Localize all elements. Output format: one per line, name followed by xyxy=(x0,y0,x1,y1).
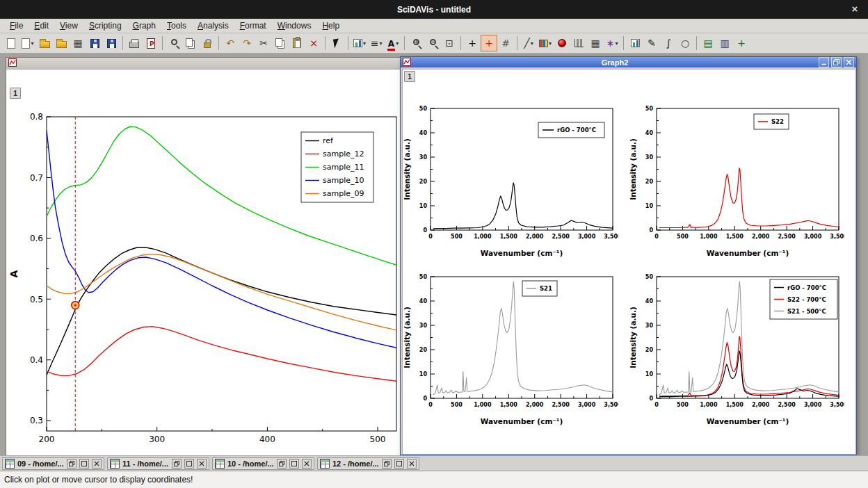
lock-toolbars-button[interactable] xyxy=(199,35,216,51)
raman-chart-overlay[interactable]: 05001,0001,5002,0002,5003,0003,500010203… xyxy=(629,267,844,430)
window-close-icon[interactable]: × xyxy=(849,3,861,15)
select-data-range-button[interactable]: # xyxy=(497,35,514,51)
taskbar-window-button[interactable]: 10 - /home/... xyxy=(212,457,314,470)
toolbar-separator xyxy=(162,36,163,50)
plot-histogram-button[interactable] xyxy=(570,35,587,51)
restore-window-button[interactable] xyxy=(172,459,182,469)
save-project-button[interactable] xyxy=(86,35,103,51)
new-project-button[interactable] xyxy=(3,35,19,51)
color-map-button[interactable]: ▾ xyxy=(537,35,554,51)
menu-view[interactable]: View xyxy=(54,19,83,32)
svg-text:1,500: 1,500 xyxy=(500,234,518,240)
cut-button[interactable]: ✂ xyxy=(255,35,272,51)
restore-window-button[interactable] xyxy=(831,57,842,67)
plot-matrix-button[interactable]: ▦ xyxy=(587,35,604,51)
uvvis-absorbance-chart[interactable]: 2003004005000.30.40.50.60.70.8Arefsample… xyxy=(6,70,405,455)
raman-chart-s21[interactable]: 05001,0001,5002,0002,5003,0003,500010203… xyxy=(403,267,618,430)
menu-help[interactable]: Help xyxy=(316,19,345,32)
close-window-button[interactable] xyxy=(302,459,312,469)
zoom-out-button[interactable] xyxy=(424,35,441,51)
plot-3d-button[interactable] xyxy=(554,35,570,51)
taskbar-window-button[interactable]: 09 - /home/... xyxy=(2,457,104,470)
plot-3d-icon xyxy=(558,39,566,47)
restore-window-button[interactable] xyxy=(382,459,392,469)
graph2-title: Graph2 xyxy=(413,58,817,67)
add-curve-button[interactable]: ▾ xyxy=(351,35,368,51)
text-color-button[interactable]: ▾ xyxy=(385,35,401,51)
menu-format[interactable]: Format xyxy=(234,19,272,32)
screen-reader-button[interactable]: + xyxy=(464,35,481,51)
window-titlebar[interactable]: SciDAVis - untitled × xyxy=(0,0,868,19)
taskbar-window-label: 11 - /home/... xyxy=(122,459,169,468)
close-window-button[interactable] xyxy=(92,459,102,469)
layer-button[interactable]: 1 xyxy=(404,71,415,82)
maximize-window-button[interactable] xyxy=(289,459,299,469)
open-template-button[interactable] xyxy=(53,35,70,51)
restore-window-button[interactable] xyxy=(277,459,287,469)
save-template-button[interactable] xyxy=(103,35,120,51)
delete-button[interactable]: × xyxy=(305,35,322,51)
close-window-button[interactable] xyxy=(197,459,207,469)
rescale-button[interactable]: ⊡ xyxy=(441,35,458,51)
add-column-button[interactable]: + xyxy=(733,35,750,51)
integrate-button[interactable]: ∫ xyxy=(660,35,677,51)
line-style-button[interactable]: ≡▾ xyxy=(368,35,385,51)
find-button[interactable] xyxy=(166,35,182,51)
fit-curve-button[interactable] xyxy=(627,35,643,51)
add-ellipse-button[interactable]: ○ xyxy=(677,35,693,51)
maximize-window-button[interactable] xyxy=(184,459,194,469)
graph1-titlebar[interactable] xyxy=(6,58,405,70)
copy-button[interactable] xyxy=(272,35,289,51)
taskbar-window-button[interactable]: 11 - /home/... xyxy=(107,457,209,470)
pointer-button[interactable] xyxy=(328,35,345,51)
draw-line-caret-icon: ▾ xyxy=(531,40,533,47)
data-reader-button[interactable]: + xyxy=(481,35,497,51)
svg-text:0: 0 xyxy=(423,227,427,234)
close-window-button[interactable] xyxy=(844,57,854,67)
plot-wizard-button[interactable]: ∗▾ xyxy=(604,35,620,51)
svg-text:sample_11: sample_11 xyxy=(323,163,364,172)
graph2-titlebar[interactable]: Graph2 xyxy=(401,57,856,67)
cut-icon: ✂ xyxy=(259,38,268,48)
menu-analysis[interactable]: Analysis xyxy=(192,19,234,32)
menu-windows[interactable]: Windows xyxy=(272,19,317,32)
new-window-button[interactable]: ▾ xyxy=(19,35,36,51)
menu-tools[interactable]: Tools xyxy=(161,19,192,32)
new-window-icon xyxy=(22,38,30,49)
paste-button[interactable] xyxy=(289,35,305,51)
import-ascii-button[interactable]: ▦ xyxy=(70,35,86,51)
zoom-in-button[interactable] xyxy=(408,35,424,51)
table-rows-icon: ▤ xyxy=(703,38,712,48)
restore-window-button[interactable] xyxy=(67,459,77,469)
maximize-window-button[interactable] xyxy=(394,459,404,469)
menu-graph[interactable]: Graph xyxy=(127,19,161,32)
pointer-icon xyxy=(333,38,340,48)
raman-chart-rgo[interactable]: 05001,0001,5002,0002,5003,0003,500010203… xyxy=(403,99,618,262)
table-icon xyxy=(5,459,15,469)
menu-file[interactable]: File xyxy=(4,19,29,32)
table-columns-button[interactable]: ▥ xyxy=(716,35,733,51)
print-button[interactable] xyxy=(126,35,143,51)
raman-chart-s22[interactable]: 05001,0001,5002,0002,5003,0003,500010203… xyxy=(629,99,844,262)
minimize-window-button[interactable] xyxy=(819,57,829,67)
taskbar-window-button[interactable]: 12 - /home/... xyxy=(317,457,419,470)
layer-button[interactable]: 1 xyxy=(10,88,21,99)
table-rows-button[interactable]: ▤ xyxy=(700,35,716,51)
svg-text:0.3: 0.3 xyxy=(30,416,43,425)
undo-button[interactable]: ↶ xyxy=(222,35,239,51)
duplicate-window-button[interactable] xyxy=(182,35,199,51)
draw-line-button[interactable]: ╱▾ xyxy=(520,35,537,51)
redo-button[interactable]: ↷ xyxy=(239,35,255,51)
svg-text:20: 20 xyxy=(645,179,654,185)
open-project-button[interactable] xyxy=(36,35,53,51)
export-pdf-button[interactable] xyxy=(143,35,159,51)
draw-pen-button[interactable]: ✎ xyxy=(643,35,660,51)
menu-edit[interactable]: Edit xyxy=(29,19,54,32)
status-text: Click on plot or move cursor to display … xyxy=(4,475,193,485)
close-window-button[interactable] xyxy=(407,459,417,469)
menu-scripting[interactable]: Scripting xyxy=(83,19,127,32)
rescale-icon: ⊡ xyxy=(445,38,453,48)
zoom-out-icon xyxy=(430,39,436,45)
maximize-window-button[interactable] xyxy=(79,459,89,469)
svg-text:Wavenumber (cm⁻¹): Wavenumber (cm⁻¹) xyxy=(707,249,789,257)
